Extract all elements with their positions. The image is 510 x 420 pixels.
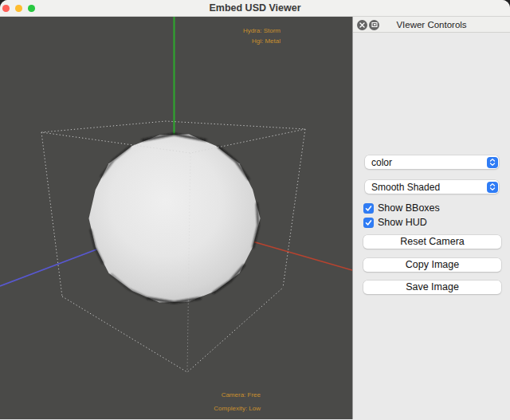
check-icon: [365, 219, 372, 226]
combobox-stepper: [487, 182, 498, 193]
hud-hydra: Hydra: Storm: [243, 26, 280, 36]
color-mode-value: color: [371, 157, 392, 168]
usd-3d-viewport[interactable]: Hydra: Storm Hgi: Metal Camera: Free Com…: [0, 17, 352, 419]
window-title: Embed USD Viewer: [0, 0, 510, 17]
show-bboxes-row: Show BBoxes: [363, 202, 440, 214]
dock-header: VIewer Contorols: [353, 17, 510, 33]
hud-bottom-right: Camera: Free Complexity: Low: [214, 388, 261, 415]
show-hud-label: Show HUD: [378, 217, 427, 228]
reset-camera-button[interactable]: Reset Camera: [363, 235, 501, 249]
combobox-stepper: [487, 157, 498, 168]
titlebar: Embed USD Viewer: [0, 0, 510, 17]
show-bboxes-label: Show BBoxes: [378, 202, 440, 214]
color-mode-combobox[interactable]: color: [365, 155, 499, 169]
copy-image-button[interactable]: Copy Image: [363, 258, 501, 272]
z-axis-blue: [0, 245, 109, 286]
shading-mode-value: Smooth Shaded: [371, 182, 440, 193]
panel-title: VIewer Contorols: [353, 17, 510, 33]
hud-complexity: Complexity: Low: [214, 402, 261, 415]
viewer-controls-panel: VIewer Contorols color Smooth Shaded: [352, 17, 510, 419]
x-axis-red: [247, 240, 352, 270]
show-hud-checkbox[interactable]: [363, 218, 374, 228]
hud-top-right: Hydra: Storm Hgi: Metal: [243, 26, 280, 46]
app-window: Embed USD Viewer: [0, 0, 510, 420]
sphere-mesh: [89, 135, 261, 303]
save-image-button[interactable]: Save Image: [363, 281, 501, 294]
up-down-chevrons-icon: [488, 158, 496, 167]
hud-hgi: Hgi: Metal: [243, 36, 280, 46]
show-hud-row: Show HUD: [363, 217, 427, 228]
shading-mode-combobox[interactable]: Smooth Shaded: [365, 180, 499, 194]
viewport-canvas: [0, 17, 352, 419]
up-down-chevrons-icon: [488, 183, 496, 191]
hud-camera: Camera: Free: [214, 388, 261, 402]
check-icon: [365, 205, 372, 212]
show-bboxes-checkbox[interactable]: [363, 203, 374, 214]
